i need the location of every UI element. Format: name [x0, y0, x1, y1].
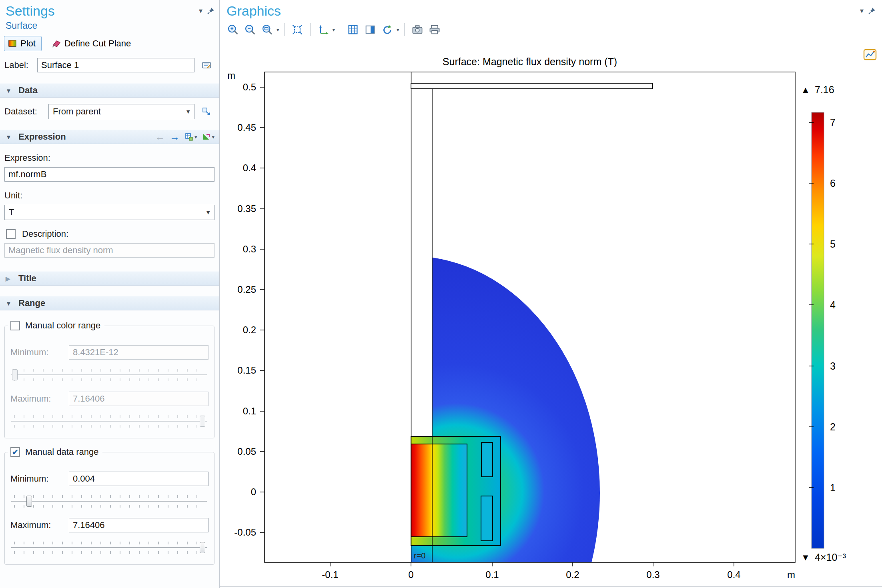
manual-color-range-label: Manual color range [25, 320, 100, 331]
manual-data-range-group: ✔ Manual data range Minimum: Maximum: [4, 452, 214, 565]
svg-text:0.15: 0.15 [237, 365, 256, 376]
insert-expression-button[interactable]: ▾ [184, 132, 197, 141]
svg-text:0.45: 0.45 [237, 122, 256, 133]
svg-text:1: 1 [830, 482, 836, 493]
define-cut-plane-button[interactable]: Define Cut Plane [48, 36, 134, 51]
svg-text:0: 0 [251, 486, 256, 497]
panel-divider [220, 586, 882, 587]
settings-menu-caret-icon[interactable]: ▾ [199, 7, 202, 14]
y-axis-unit: m [227, 70, 235, 81]
default-view-caret-icon[interactable]: ▾ [333, 27, 335, 33]
colorbar-tick-labels: 7 6 5 4 3 2 1 [830, 117, 836, 493]
go-to-source-button[interactable] [198, 104, 214, 119]
slider-thumb[interactable] [26, 496, 32, 507]
zoom-extents-button[interactable] [289, 22, 305, 38]
range-section-title: Range [18, 298, 45, 308]
zoom-box-icon [261, 24, 273, 36]
collapse-icon[interactable]: ▼ [6, 134, 14, 140]
color-minimum-label: Minimum: [10, 347, 65, 358]
manual-data-range-label: Manual data range [25, 447, 98, 457]
rename-button[interactable] [198, 58, 214, 73]
svg-text:0.2: 0.2 [566, 569, 579, 580]
pin-icon[interactable] [207, 7, 214, 14]
scene-light-caret-icon[interactable]: ▾ [397, 27, 399, 33]
zoom-box-caret-icon[interactable]: ▾ [277, 27, 279, 33]
go-to-default-view-button[interactable] [315, 22, 331, 38]
y-tick-marks [260, 87, 265, 532]
caret-down-icon: ▾ [194, 134, 197, 140]
pin-icon[interactable] [868, 7, 876, 14]
geometry-rect-lower [481, 496, 493, 541]
show-legends-button[interactable] [362, 22, 378, 38]
svg-text:0.3: 0.3 [243, 244, 256, 254]
settings-panel: Settings ▾ Surface Plot [0, 0, 220, 588]
data-minimum-input[interactable] [69, 472, 208, 486]
label-input[interactable] [37, 58, 194, 72]
unit-label: Unit: [4, 190, 214, 201]
dataset-row: Dataset: From parent ▼ [4, 104, 214, 119]
zoom-in-button[interactable] [225, 22, 241, 38]
insert-expression-icon [184, 132, 193, 141]
zoom-box-button[interactable] [259, 22, 275, 38]
svg-text:0.4: 0.4 [727, 569, 740, 580]
print-button[interactable] [427, 22, 443, 38]
title-section-header[interactable]: ▶ Title [0, 271, 219, 286]
default-view-icon [317, 24, 329, 36]
unit-dropdown[interactable]: T ▼ [4, 205, 214, 220]
graphics-panel: Graphics ▾ [220, 0, 882, 588]
manual-color-range-checkbox[interactable] [10, 321, 20, 330]
y-tick-labels: 0.5 0.45 0.4 0.35 0.3 0.25 0.2 0.15 0.1 … [234, 82, 256, 538]
zoom-out-button[interactable] [242, 22, 258, 38]
expression-label: Expression: [4, 153, 214, 163]
svg-text:0.5: 0.5 [243, 82, 256, 92]
zoom-out-icon [244, 24, 256, 36]
expand-icon[interactable]: ▶ [6, 276, 14, 282]
next-expression-icon[interactable]: → [170, 132, 180, 142]
image-snapshot-button[interactable] [409, 22, 425, 38]
plot-button[interactable]: Plot [4, 36, 42, 51]
color-minimum-input [69, 345, 208, 360]
scene-light-button[interactable] [379, 22, 395, 38]
cut-plane-icon [52, 39, 61, 48]
replace-expression-button[interactable]: ▾ [202, 132, 214, 141]
rename-icon [201, 60, 212, 70]
data-section-header[interactable]: ▼ Data [0, 83, 219, 98]
settings-subtitle[interactable]: Surface [6, 20, 214, 31]
svg-text:0.3: 0.3 [646, 569, 659, 580]
collapse-icon[interactable]: ▼ [6, 88, 14, 94]
floating-plot-window-icon[interactable] [863, 47, 877, 62]
x-axis-unit: m [787, 569, 795, 580]
toolbar-separator [404, 23, 405, 36]
dropdown-caret-icon: ▼ [203, 209, 211, 216]
graphics-menu-caret-icon[interactable]: ▾ [860, 7, 864, 14]
data-maximum-input[interactable] [69, 518, 208, 532]
expression-section-header[interactable]: ▼ Expression ← → ▾ ▾ [0, 130, 219, 144]
manual-data-range-checkbox[interactable]: ✔ [10, 447, 20, 457]
svg-text:0.1: 0.1 [485, 569, 499, 580]
dataset-dropdown[interactable]: From parent ▼ [48, 104, 194, 119]
replace-expression-icon [202, 132, 210, 141]
plot-title: Surface: Magnetic flux density norm (T) [443, 56, 617, 67]
legend-icon [364, 24, 376, 36]
expression-input[interactable] [4, 167, 214, 182]
data-minimum-slider[interactable] [11, 492, 207, 510]
plot-canvas[interactable]: r=0 Surface: Magnetic flux density norm … [220, 45, 882, 588]
svg-text:5: 5 [830, 238, 836, 250]
range-section-header[interactable]: ▼ Range [0, 296, 219, 310]
label-field-label: Label: [4, 60, 33, 70]
show-grid-button[interactable] [345, 22, 361, 38]
x-tick-marks [330, 562, 734, 566]
graphics-title: Graphics [227, 3, 860, 19]
description-checkbox[interactable] [6, 229, 16, 239]
data-section-title: Data [18, 85, 38, 96]
colorbar-gradient [812, 112, 824, 548]
manual-color-range-group: Manual color range Minimum: Maximum: [4, 326, 214, 438]
previous-expression-icon[interactable]: ← [155, 132, 165, 142]
data-maximum-slider[interactable] [11, 539, 207, 556]
slider-thumb [12, 369, 18, 380]
collapse-icon[interactable]: ▼ [6, 300, 14, 306]
colorbar-max-value: 7.16 [815, 84, 834, 95]
slider-thumb[interactable] [200, 542, 205, 553]
slider-thumb [200, 416, 205, 427]
svg-text:0.4: 0.4 [243, 162, 256, 173]
